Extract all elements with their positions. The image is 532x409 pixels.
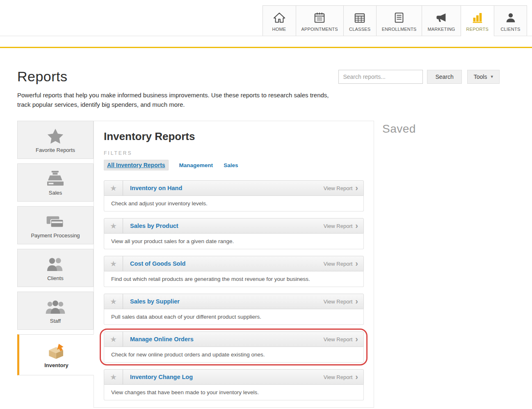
box-icon [47, 342, 66, 361]
clients-icon [46, 255, 65, 274]
megaphone-icon [435, 10, 448, 25]
view-report-link[interactable]: View Report › [324, 184, 363, 192]
report-header[interactable]: ★ Sales by Supplier View Report › [104, 294, 364, 309]
report-categories-sidebar: Favorite Reports Sales Payment Processin… [17, 121, 94, 380]
columns: Favorite Reports Sales Payment Processin… [17, 121, 532, 408]
nav-tab-clients[interactable]: CLIENTS [494, 6, 527, 36]
view-report-link[interactable]: View Report › [324, 335, 363, 343]
calendar-grid-icon [354, 10, 366, 25]
favorite-star-icon[interactable]: ★ [104, 256, 123, 271]
report-link-cost-of-goods-sold[interactable]: Cost of Goods Sold [130, 260, 185, 267]
filter-all-inventory-reports[interactable]: All Inventory Reports [104, 160, 169, 170]
saved-title: Saved [382, 122, 416, 136]
nav-tab-home[interactable]: HOME [263, 6, 296, 36]
sidebar-item-staff[interactable]: Staff [17, 292, 94, 330]
view-report-label: View Report [324, 336, 353, 342]
sidebar-item-sales[interactable]: Sales [17, 163, 94, 202]
view-report-label: View Report [324, 261, 353, 267]
nav-tab-enrollments[interactable]: ENROLLMENTS [376, 6, 422, 36]
report-item-sales-by-product: ★ Sales by Product View Report › View al… [104, 218, 364, 249]
top-header: HOME APPOINTMENTS CLASSES ENROLLMENTS [0, 0, 532, 36]
filters-row: All Inventory Reports Management Sales [104, 160, 364, 170]
chevron-right-icon: › [355, 259, 358, 267]
view-report-label: View Report [324, 185, 353, 191]
view-report-label: View Report [324, 223, 353, 229]
nav-tab-marketing[interactable]: MARKETING [422, 6, 460, 36]
view-report-label: View Report [324, 299, 353, 305]
view-report-link[interactable]: View Report › [324, 298, 363, 305]
nav-tab-reports[interactable]: REPORTS [461, 6, 494, 36]
favorite-star-icon[interactable]: ★ [104, 332, 123, 347]
content-area: Reports Search Tools ▾ Powerful reports … [0, 48, 532, 408]
tools-button-label: Tools [474, 74, 487, 80]
home-icon [273, 10, 285, 25]
chevron-down-icon: ▾ [491, 74, 493, 79]
filter-management[interactable]: Management [179, 162, 213, 168]
sidebar-item-inventory[interactable]: Inventory [17, 334, 94, 375]
favorite-star-icon[interactable]: ★ [104, 294, 123, 309]
report-header[interactable]: ★ Inventory Change Log View Report › [104, 369, 364, 385]
report-item-manage-online-orders: ★ Manage Online Orders View Report › Che… [104, 331, 364, 363]
page-description: Powerful reports that help you make info… [17, 91, 341, 109]
report-item-inventory-change-log: ★ Inventory Change Log View Report › Vie… [104, 369, 364, 400]
report-header[interactable]: ★ Manage Online Orders View Report › [104, 331, 364, 347]
star-icon [47, 126, 64, 146]
report-item-cost-of-goods-sold: ★ Cost of Goods Sold View Report › Find … [104, 256, 364, 287]
view-report-link[interactable]: View Report › [324, 373, 363, 381]
page-title: Reports [17, 69, 68, 85]
report-list: ★ Inventory on Hand View Report › Check … [104, 180, 364, 400]
search-button[interactable]: Search [427, 70, 461, 84]
favorite-star-icon[interactable]: ★ [104, 218, 123, 233]
document-list-icon [393, 10, 405, 25]
person-icon [505, 10, 517, 25]
cash-register-icon [46, 169, 65, 189]
filter-sales[interactable]: Sales [224, 162, 238, 168]
favorite-star-icon[interactable]: ★ [104, 370, 123, 384]
credit-card-icon [46, 212, 65, 232]
report-description: Check for new online product orders and … [104, 347, 364, 363]
sidebar-item-clients[interactable]: Clients [17, 249, 94, 287]
report-link-sales-by-supplier[interactable]: Sales by Supplier [130, 298, 180, 305]
report-link-inventory-on-hand[interactable]: Inventory on Hand [130, 185, 182, 191]
report-description: Find out which retail products are gener… [104, 271, 364, 287]
nav-tab-classes[interactable]: CLASSES [343, 6, 376, 36]
chevron-right-icon: › [355, 335, 358, 343]
report-item-inventory-on-hand: ★ Inventory on Hand View Report › Check … [104, 180, 364, 211]
page: HOME APPOINTMENTS CLASSES ENROLLMENTS [0, 0, 532, 408]
favorite-star-icon[interactable]: ★ [104, 181, 123, 195]
panel-title: Inventory Reports [104, 130, 364, 143]
sidebar-item-favorite-reports[interactable]: Favorite Reports [17, 121, 94, 159]
inventory-reports-panel: Inventory Reports FILTERS All Inventory … [94, 121, 374, 408]
top-nav: HOME APPOINTMENTS CLASSES ENROLLMENTS [263, 5, 527, 36]
tools-button[interactable]: Tools ▾ [467, 70, 500, 84]
report-header[interactable]: ★ Inventory on Hand View Report › [104, 180, 364, 196]
report-link-sales-by-product[interactable]: Sales by Product [130, 223, 178, 229]
report-header[interactable]: ★ Sales by Product View Report › [104, 218, 364, 234]
view-report-link[interactable]: View Report › [324, 222, 363, 230]
report-item-sales-by-supplier: ★ Sales by Supplier View Report › Pull s… [104, 294, 364, 325]
report-link-inventory-change-log[interactable]: Inventory Change Log [130, 374, 193, 380]
sidebar-item-payment-processing[interactable]: Payment Processing [17, 206, 94, 244]
report-link-manage-online-orders[interactable]: Manage Online Orders [130, 336, 194, 342]
saved-column: Saved [382, 121, 416, 136]
chevron-right-icon: › [355, 372, 358, 381]
nav-tab-appointments[interactable]: APPOINTMENTS [296, 6, 343, 36]
report-description: Pull sales data about each of your diffe… [104, 309, 364, 325]
filters-label: FILTERS [104, 150, 364, 156]
page-header-row: Reports Search Tools ▾ [17, 69, 532, 85]
calendar-icon [313, 10, 326, 25]
report-description: View changes that have been made to your… [104, 385, 364, 400]
search-input[interactable] [338, 70, 423, 84]
report-header[interactable]: ★ Cost of Goods Sold View Report › [104, 256, 364, 271]
chevron-right-icon: › [355, 221, 358, 230]
staff-icon [46, 297, 65, 317]
chevron-right-icon: › [355, 297, 358, 305]
view-report-link[interactable]: View Report › [324, 260, 363, 267]
report-description: Check and adjust your inventory levels. [104, 196, 364, 211]
bar-chart-icon [471, 10, 484, 25]
report-description: View all your product sales for a given … [104, 234, 364, 249]
chevron-right-icon: › [355, 184, 358, 192]
view-report-label: View Report [324, 374, 353, 380]
